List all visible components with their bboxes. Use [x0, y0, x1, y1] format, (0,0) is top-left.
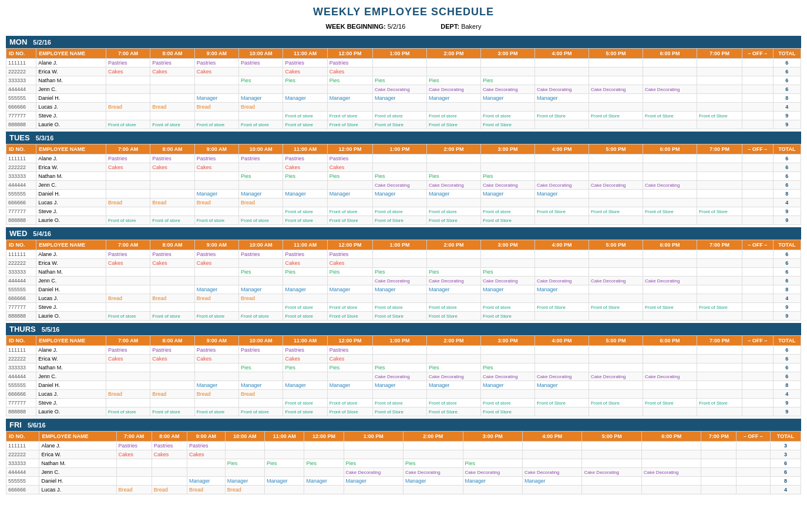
schedule-slot: Cake Decorating	[534, 181, 589, 190]
schedule-slot	[534, 259, 589, 268]
employee-name: Jenn C.	[36, 181, 106, 190]
schedule-slot	[582, 442, 641, 450]
employee-name: Steve J.	[36, 399, 106, 408]
schedule-slot: Cake Decorating	[481, 277, 535, 285]
schedule-slot	[373, 294, 427, 303]
schedule-slot: Bread	[152, 486, 187, 494]
schedule-slot: Cakes	[327, 163, 372, 172]
schedule-slot: Cake Decorating	[373, 277, 427, 285]
schedule-slot: Front of store	[150, 408, 194, 416]
schedule-slot	[194, 181, 238, 190]
schedule-slot	[641, 477, 701, 486]
schedule-slot: Pastries	[150, 59, 194, 68]
hours-total: 8	[770, 477, 801, 486]
schedule-slot: Front of store	[283, 112, 327, 120]
schedule-slot	[373, 103, 427, 112]
schedule-slot: Cakes	[152, 450, 187, 459]
schedule-slot: Pastries	[150, 250, 194, 259]
schedule-slot: Front of Store	[481, 120, 535, 129]
col-header-time: 5:00 PM	[589, 49, 643, 59]
schedule-slot: Manager	[373, 381, 427, 390]
schedule-slot	[643, 190, 697, 198]
schedule-slot: Bread	[150, 390, 194, 399]
schedule-slot: Pastries	[194, 250, 238, 259]
schedule-slot: Front of store	[327, 207, 372, 216]
schedule-slot: Bread	[194, 390, 238, 399]
col-header-time: 7:00 AM	[106, 144, 150, 154]
schedule-slot	[152, 459, 187, 468]
schedule-slot: Pies	[327, 268, 372, 277]
day-date: 5/2/16	[33, 39, 51, 46]
schedule-slot: Pastries	[239, 250, 283, 259]
schedule-slot	[265, 450, 304, 459]
schedule-slot: Cake Decorating	[427, 277, 481, 285]
schedule-slot: Front of store	[427, 303, 481, 312]
schedule-slot: Cake Decorating	[582, 468, 641, 477]
schedule-slot	[643, 390, 697, 399]
col-header-time: 2:00 PM	[427, 240, 481, 250]
schedule-slot	[582, 486, 641, 494]
schedule-slot: Manager	[194, 190, 238, 198]
schedule-slot	[589, 163, 643, 172]
schedule-slot	[106, 285, 150, 294]
schedule-slot	[701, 486, 736, 494]
col-header-time: 4:00 PM	[534, 336, 589, 346]
schedule-slot: Cakes	[150, 259, 194, 268]
schedule-slot: Front of store	[373, 399, 427, 408]
off-indicator	[742, 372, 774, 381]
schedule-slot	[481, 198, 535, 207]
col-header-time: TOTAL	[773, 144, 801, 154]
schedule-slot: Manager	[239, 381, 283, 390]
schedule-slot	[534, 103, 589, 112]
schedule-slot: Front of store	[481, 399, 535, 408]
schedule-slot	[522, 486, 581, 494]
schedule-slot	[427, 250, 481, 259]
schedule-slot: Front of store	[427, 112, 481, 120]
schedule-slot: Cake Decorating	[643, 85, 697, 94]
schedule-slot: Manager	[327, 94, 372, 103]
table-row: 777777Steve J.Front of storeFront of sto…	[6, 399, 801, 408]
table-row: 666666Lucas J.BreadBreadBreadBread4	[6, 294, 801, 303]
schedule-slot	[106, 85, 150, 94]
schedule-slot: Front of Store	[643, 112, 697, 120]
schedule-slot: Cake Decorating	[373, 181, 427, 190]
col-header-time: 1:00 PM	[373, 49, 427, 59]
employee-name: Laurie O.	[36, 408, 106, 416]
schedule-slot	[463, 450, 522, 459]
employee-id: 555555	[6, 381, 36, 390]
employee-name: Nathan M.	[36, 363, 106, 372]
employee-name: Lucas J.	[36, 294, 106, 303]
schedule-slot: Front of Store	[589, 303, 643, 312]
schedule-slot: Pies	[404, 459, 463, 468]
schedule-slot: Pastries	[239, 154, 283, 163]
schedule-slot: Front of store	[481, 112, 535, 120]
schedule-slot: Front of Store	[373, 120, 427, 129]
schedule-slot	[187, 468, 225, 477]
employee-id: 666666	[6, 198, 36, 207]
day-name: WED	[9, 229, 27, 238]
hours-total: 8	[773, 94, 801, 103]
page-title: WEEKLY EMPLOYEE SCHEDULE	[6, 6, 801, 18]
col-header-time: 6:00 PM	[643, 49, 697, 59]
schedule-slot: Pies	[463, 459, 522, 468]
hours-total: 6	[773, 277, 801, 285]
employee-id: 111111	[6, 346, 36, 355]
schedule-slot: Cake Decorating	[463, 468, 522, 477]
table-row: 555555Daniel H.ManagerManagerManagerMana…	[6, 381, 801, 390]
off-indicator	[742, 303, 774, 312]
col-header-time: 5:00 PM	[589, 336, 643, 346]
schedule-slot	[373, 154, 427, 163]
off-indicator	[742, 259, 774, 268]
schedule-slot: Front of store	[283, 207, 327, 216]
hours-total: 9	[773, 399, 801, 408]
day-header-thurs: THURS5/5/16	[6, 323, 801, 335]
schedule-slot: Bread	[150, 294, 194, 303]
schedule-slot: Pies	[481, 172, 535, 181]
schedule-slot	[697, 216, 742, 225]
schedule-slot: Pastries	[150, 346, 194, 355]
schedule-slot: Cake Decorating	[404, 468, 463, 477]
schedule-slot: Pies	[327, 76, 372, 85]
schedule-slot: Cakes	[116, 450, 152, 459]
employee-id: 888888	[6, 408, 36, 416]
employee-id: 777777	[6, 303, 36, 312]
